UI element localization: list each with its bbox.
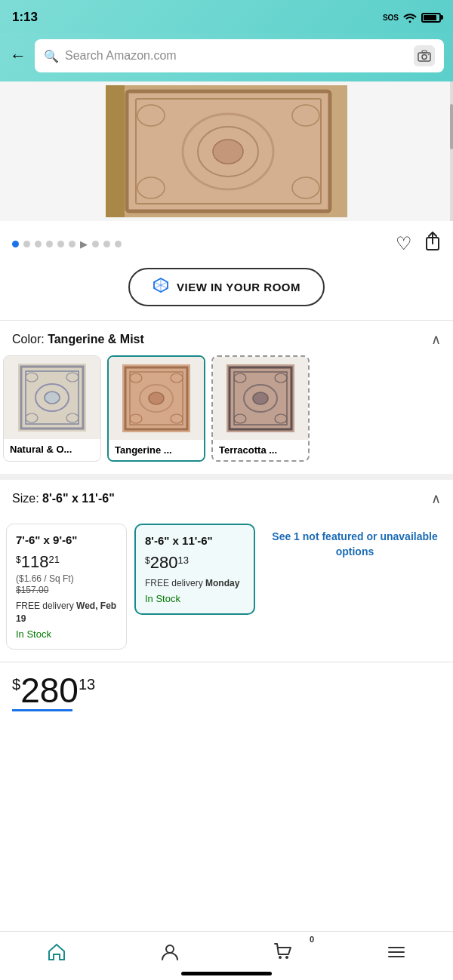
svg-point-1	[422, 55, 427, 60]
swatch-natural-label: Natural & O...	[4, 439, 100, 459]
swatch-terracotta[interactable]: Terracotta ...	[211, 355, 310, 462]
size-name-large: 8'-6" x 11'-6"	[145, 534, 245, 547]
swatch-tangerine-label: Tangerine ...	[109, 440, 204, 460]
scrollbar[interactable]	[450, 81, 453, 221]
size-name-small: 7'-6" x 9'-6"	[16, 533, 117, 546]
status-icons: SOS	[383, 13, 441, 23]
dot-9[interactable]	[103, 241, 110, 247]
size-options: 7'-6" x 9'-6" $11821 ($1.66 / Sq Ft) $15…	[0, 515, 453, 662]
action-buttons: ♡	[396, 232, 441, 256]
stock-large: In Stock	[145, 593, 245, 604]
section-divider-1	[0, 474, 453, 480]
product-image	[106, 85, 347, 217]
view-room-container: VIEW IN YOUR ROOM	[0, 263, 453, 320]
swatch-terracotta-image	[213, 357, 308, 440]
color-section-header: Color: Tangerine & Mist ∧	[0, 321, 453, 355]
price-display-large: $ 280 13	[12, 673, 95, 711]
size-card-large[interactable]: 8'-6" x 11'-6" $28013 FREE delivery Mond…	[134, 524, 255, 615]
size-section-header: Size: 8'-6" x 11'-6" ∧	[0, 480, 453, 515]
dot-3[interactable]	[35, 241, 42, 247]
swatch-natural[interactable]: Natural & O...	[3, 355, 101, 462]
swatches-container: Natural & O... Tangerine ...	[0, 355, 453, 474]
wifi-icon	[403, 13, 417, 23]
swatch-terracotta-label: Terracotta ...	[213, 440, 308, 460]
dot-2[interactable]	[23, 241, 30, 247]
size-label: Size: 8'-6" x 11'-6"	[12, 492, 115, 505]
search-box[interactable]: 🔍 Search Amazon.com	[35, 39, 444, 72]
battery-icon	[421, 13, 441, 23]
price-per-sqft-small: ($1.66 / Sq Ft)	[16, 573, 117, 584]
swatch-natural-image	[4, 356, 100, 439]
svg-rect-2	[422, 51, 427, 53]
sos-label: SOS	[383, 14, 399, 22]
svg-point-34	[149, 392, 164, 404]
dot-1[interactable]	[12, 241, 19, 247]
dot-6[interactable]	[69, 241, 76, 247]
camera-icon[interactable]	[414, 45, 435, 66]
svg-point-43	[253, 392, 268, 404]
search-icon: 🔍	[44, 49, 59, 63]
price-cents-large: 13	[79, 676, 95, 693]
delivery-small: FREE delivery Wed, Feb 19	[16, 600, 117, 625]
status-bar: 1:13 SOS	[0, 0, 453, 33]
swatch-tangerine[interactable]: Tangerine ...	[107, 355, 205, 462]
see-options-button[interactable]: See 1 not featured or unavailable option…	[263, 524, 447, 565]
svg-rect-0	[418, 53, 430, 61]
share-button[interactable]	[424, 232, 441, 256]
svg-point-10	[213, 140, 243, 164]
svg-point-3	[428, 54, 430, 56]
back-button[interactable]: ←	[9, 46, 27, 66]
price-bottom-section: $ 280 13	[0, 662, 453, 719]
dot-10[interactable]	[115, 241, 122, 247]
color-chevron-icon[interactable]: ∧	[431, 331, 441, 348]
dot-4[interactable]	[46, 241, 53, 247]
size-label-text: Size: 8'-6" x 11'-6"	[12, 492, 115, 505]
search-bar-area: ← 🔍 Search Amazon.com	[0, 33, 453, 81]
stock-small: In Stock	[16, 628, 117, 640]
delivery-large: FREE delivery Monday	[145, 577, 245, 590]
size-chevron-icon[interactable]: ∧	[431, 490, 441, 507]
color-label-text: Color: Tangerine & Mist	[12, 333, 144, 346]
wishlist-button[interactable]: ♡	[396, 233, 412, 254]
color-label: Color: Tangerine & Mist	[12, 333, 144, 346]
dots-container: ▶	[12, 238, 122, 250]
view-in-room-button[interactable]: VIEW IN YOUR ROOM	[128, 268, 325, 306]
product-image-area	[0, 81, 453, 221]
dot-8[interactable]	[92, 241, 99, 247]
price-small: $11821	[16, 552, 117, 572]
image-pagination: ▶ ♡	[0, 221, 453, 263]
price-original-small: $157.00	[16, 585, 117, 595]
price-dollar-large: $	[12, 676, 20, 693]
dot-play-icon[interactable]: ▶	[80, 238, 88, 250]
dot-5[interactable]	[57, 241, 64, 247]
search-input[interactable]: Search Amazon.com	[65, 49, 408, 63]
price-integer-large: 280	[20, 673, 79, 708]
status-time: 1:13	[12, 10, 38, 25]
price-large: $28013	[145, 553, 245, 573]
svg-point-25	[45, 392, 60, 404]
swatch-tangerine-image	[109, 357, 204, 440]
svg-rect-15	[106, 85, 125, 217]
view-room-label: VIEW IN YOUR ROOM	[177, 281, 300, 293]
size-card-small[interactable]: 7'-6" x 9'-6" $11821 ($1.66 / Sq Ft) $15…	[6, 524, 127, 650]
ar-icon	[153, 277, 169, 297]
